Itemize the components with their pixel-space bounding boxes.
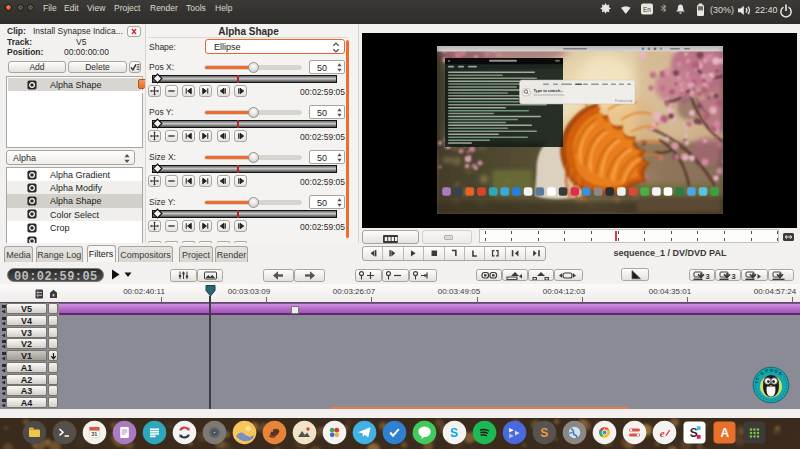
svg-text:31: 31: [91, 431, 97, 437]
svg-text:Type to search...: Type to search...: [534, 89, 564, 93]
svg-text:e: e: [660, 426, 665, 438]
svg-text:S: S: [540, 426, 548, 440]
svg-text:3: 3: [706, 271, 710, 280]
svg-text:3: 3: [732, 271, 736, 280]
svg-text:S: S: [690, 426, 698, 440]
svg-text:En: En: [643, 5, 651, 12]
svg-text:Productivity: Productivity: [615, 99, 633, 103]
svg-text:A: A: [721, 426, 730, 440]
svg-text:S: S: [450, 426, 458, 440]
